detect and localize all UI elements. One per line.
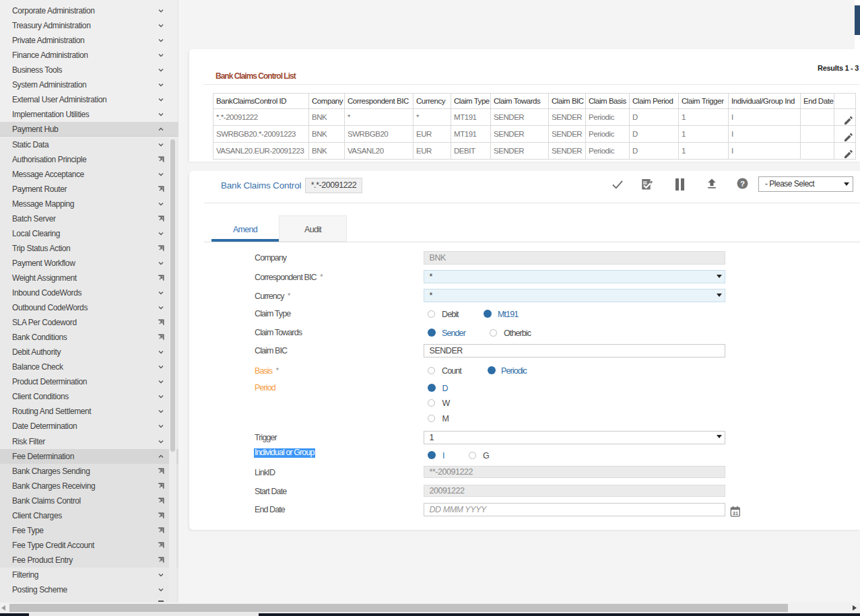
svg-text:?: ? bbox=[740, 180, 745, 188]
svg-text:31: 31 bbox=[733, 510, 738, 516]
